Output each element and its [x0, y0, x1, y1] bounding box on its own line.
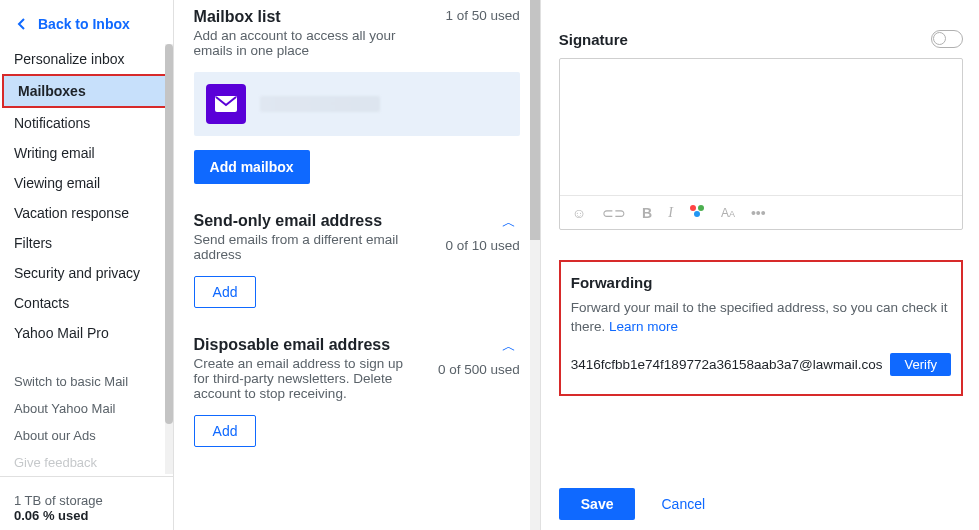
signature-textarea[interactable]: [560, 59, 962, 195]
signature-title: Signature: [559, 31, 628, 48]
emoji-icon[interactable]: ☺: [572, 205, 586, 221]
nav-about-ads[interactable]: About our Ads: [0, 422, 173, 449]
add-send-only-button[interactable]: Add: [194, 276, 257, 308]
svg-point-1: [690, 205, 696, 211]
forwarding-section: Forwarding Forward your mail to the spec…: [559, 260, 963, 396]
mailbox-list-title: Mailbox list: [194, 8, 414, 26]
disposable-desc: Create an email address to sign up for t…: [194, 356, 414, 401]
send-only-count: 0 of 10 used: [445, 238, 519, 253]
nav-mailboxes[interactable]: Mailboxes: [2, 74, 171, 108]
more-icon[interactable]: •••: [751, 205, 766, 221]
link-icon[interactable]: ⊂⊃: [602, 205, 626, 221]
nav-contacts[interactable]: Contacts: [0, 288, 173, 318]
save-button[interactable]: Save: [559, 488, 636, 520]
disposable-section: Disposable email address Create an email…: [194, 336, 520, 447]
nav-writing-email[interactable]: Writing email: [0, 138, 173, 168]
font-icon[interactable]: AA: [721, 206, 735, 220]
back-to-inbox-link[interactable]: Back to Inbox: [0, 0, 173, 44]
back-label: Back to Inbox: [38, 16, 130, 32]
forwarding-desc: Forward your mail to the specified addre…: [571, 299, 951, 337]
signature-toolbar: ☺ ⊂⊃ B I AA •••: [560, 195, 962, 229]
toggle-knob: [933, 32, 946, 45]
nav-viewing-email[interactable]: Viewing email: [0, 168, 173, 198]
forwarding-email: 3416fcfbb1e74f189772a36158aab3a7@lawmail…: [571, 357, 883, 372]
nav-switch-basic[interactable]: Switch to basic Mail: [0, 368, 173, 395]
svg-point-3: [694, 211, 700, 217]
nav-about-yahoo-mail[interactable]: About Yahoo Mail: [0, 395, 173, 422]
send-only-collapse-icon[interactable]: ︿: [498, 212, 520, 234]
bold-icon[interactable]: B: [642, 205, 652, 221]
italic-icon[interactable]: I: [668, 205, 673, 221]
verify-button[interactable]: Verify: [890, 353, 951, 376]
settings-main-panel: Mailbox list Add an account to access al…: [174, 0, 541, 530]
storage-info: 1 TB of storage 0.06 % used: [0, 476, 173, 530]
forwarding-title: Forwarding: [571, 274, 951, 291]
mailbox-card[interactable]: [194, 72, 520, 136]
send-only-section: Send-only email address Send emails from…: [194, 212, 520, 308]
cancel-button[interactable]: Cancel: [661, 496, 705, 512]
color-icon[interactable]: [689, 204, 705, 221]
signature-editor: ☺ ⊂⊃ B I AA •••: [559, 58, 963, 230]
forwarding-learn-more-link[interactable]: Learn more: [609, 319, 678, 334]
sidebar-secondary-nav: Switch to basic Mail About Yahoo Mail Ab…: [0, 368, 173, 476]
nav-yahoo-mail-pro[interactable]: Yahoo Mail Pro: [0, 318, 173, 348]
footer-actions: Save Cancel: [559, 488, 705, 520]
disposable-count: 0 of 500 used: [438, 362, 520, 377]
send-only-title: Send-only email address: [194, 212, 383, 230]
storage-total: 1 TB of storage: [14, 493, 159, 508]
storage-used: 0.06 % used: [14, 508, 159, 523]
signature-toggle[interactable]: [931, 30, 963, 48]
mailbox-list-count: 1 of 50 used: [445, 8, 519, 23]
mailbox-list-section: Mailbox list Add an account to access al…: [194, 8, 520, 184]
add-disposable-button[interactable]: Add: [194, 415, 257, 447]
send-only-desc: Send emails from a different email addre…: [194, 232, 414, 262]
add-mailbox-button[interactable]: Add mailbox: [194, 150, 310, 184]
mail-icon: [206, 84, 246, 124]
nav-personalize-inbox[interactable]: Personalize inbox: [0, 44, 173, 74]
sidebar-scrollbar[interactable]: [165, 44, 173, 474]
nav-security-privacy[interactable]: Security and privacy: [0, 258, 173, 288]
mailbox-list-desc: Add an account to access all your emails…: [194, 28, 414, 58]
sidebar: Back to Inbox Personalize inbox Mailboxe…: [0, 0, 174, 530]
disposable-title: Disposable email address: [194, 336, 414, 354]
nav-vacation-response[interactable]: Vacation response: [0, 198, 173, 228]
disposable-collapse-icon[interactable]: ︿: [498, 336, 520, 358]
main-scrollbar[interactable]: [530, 0, 540, 530]
nav-notifications[interactable]: Notifications: [0, 108, 173, 138]
sidebar-nav: Personalize inbox Mailboxes Notification…: [0, 44, 173, 348]
mailbox-address-redacted: [260, 96, 380, 112]
settings-detail-panel: Signature ☺ ⊂⊃ B I AA ••• Forwarding For…: [541, 0, 979, 530]
arrow-left-icon: [14, 16, 30, 32]
main-scrollbar-thumb[interactable]: [530, 0, 540, 240]
sidebar-scrollbar-thumb[interactable]: [165, 44, 173, 424]
nav-filters[interactable]: Filters: [0, 228, 173, 258]
nav-give-feedback[interactable]: Give feedback: [0, 449, 173, 476]
svg-point-2: [698, 205, 704, 211]
